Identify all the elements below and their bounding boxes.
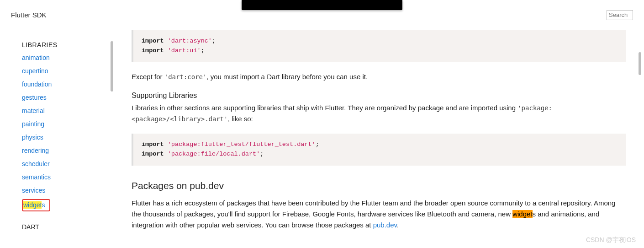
site-title: Flutter SDK (11, 11, 47, 19)
sidebar-section-libraries: LIBRARIES (22, 41, 113, 49)
sidebar-item-physics: physics (22, 133, 113, 142)
sidebar-highlight-box: widgets (22, 199, 50, 211)
top-bar: Flutter SDK Search (0, 0, 644, 30)
content-wrap: LIBRARIES animation cupertino foundation… (0, 30, 644, 248)
sidebar-item-widgets: widgets (22, 199, 113, 211)
main-content: import 'dart:async'; import 'dart:ui'; E… (113, 30, 644, 248)
paragraph-packages: Flutter has a rich ecosystem of packages… (132, 198, 626, 231)
sidebar-item-services: services (22, 186, 113, 195)
sidebar-item-foundation: foundation (22, 80, 113, 89)
code-block-package-imports: import 'package:flutter_test/flutter_tes… (132, 134, 626, 166)
search-input[interactable]: Search (607, 10, 633, 20)
heading-supporting-libraries: Supporting Libraries (132, 92, 626, 100)
top-black-bar (242, 0, 402, 10)
paragraph-supporting: Libraries in other sections are supporti… (132, 102, 626, 124)
sidebar-item-painting: painting (22, 119, 113, 129)
inline-code-dartcore: 'dart:core' (164, 73, 207, 81)
sidebar-item-animation: animation (22, 53, 113, 63)
sidebar-item-cupertino: cupertino (22, 66, 113, 76)
paragraph-except-for: Except for 'dart:core', you must import … (132, 71, 626, 82)
sidebar-item-scheduler: scheduler (22, 159, 113, 169)
sidebar-item-gestures: gestures (22, 93, 113, 102)
main-scrollbar[interactable] (639, 52, 641, 75)
sidebar-item-material: material (22, 106, 113, 116)
sidebar-item-rendering: rendering (22, 146, 113, 156)
code-block-dart-imports: import 'dart:async'; import 'dart:ui'; (132, 30, 626, 62)
link-pubdev[interactable]: pub.dev (373, 221, 397, 229)
sidebar-list: animation cupertino foundation gestures … (22, 53, 113, 211)
sidebar-section-dart: DART (22, 223, 113, 231)
heading-packages-pubdev: Packages on pub.dev (132, 180, 626, 191)
inline-highlight-widget: widget (512, 210, 532, 218)
sidebar-highlight-text: widget (23, 201, 42, 209)
sidebar: LIBRARIES animation cupertino foundation… (0, 30, 113, 248)
sidebar-item-semantics: semantics (22, 173, 113, 182)
